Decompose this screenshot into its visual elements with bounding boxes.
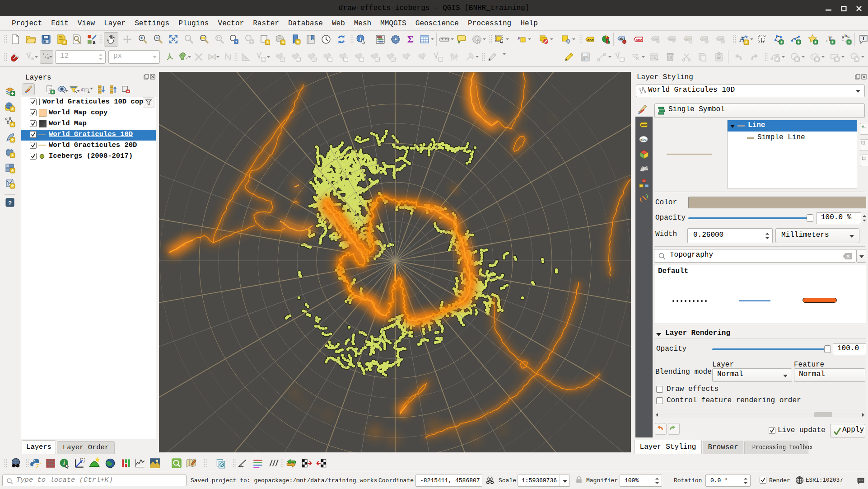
svg-text:a: a xyxy=(93,39,96,45)
svg-text:abc: abc xyxy=(640,137,647,141)
svg-text:Σ: Σ xyxy=(407,34,414,45)
svg-text:abc: abc xyxy=(641,123,647,127)
svg-text:c: c xyxy=(847,34,849,39)
svg-text:i: i xyxy=(359,35,361,42)
svg-text:ε: ε xyxy=(518,34,520,42)
svg-text:?: ? xyxy=(8,200,12,207)
svg-text:abc: abc xyxy=(669,37,675,41)
svg-text:abc: abc xyxy=(588,38,594,42)
svg-text:1:1: 1:1 xyxy=(216,37,221,40)
svg-text:ab: ab xyxy=(620,37,624,41)
svg-text:T: T xyxy=(862,35,865,42)
svg-text:ε: ε xyxy=(81,86,84,92)
svg-text:abc: abc xyxy=(636,38,642,42)
svg-text:i: i xyxy=(63,460,65,466)
